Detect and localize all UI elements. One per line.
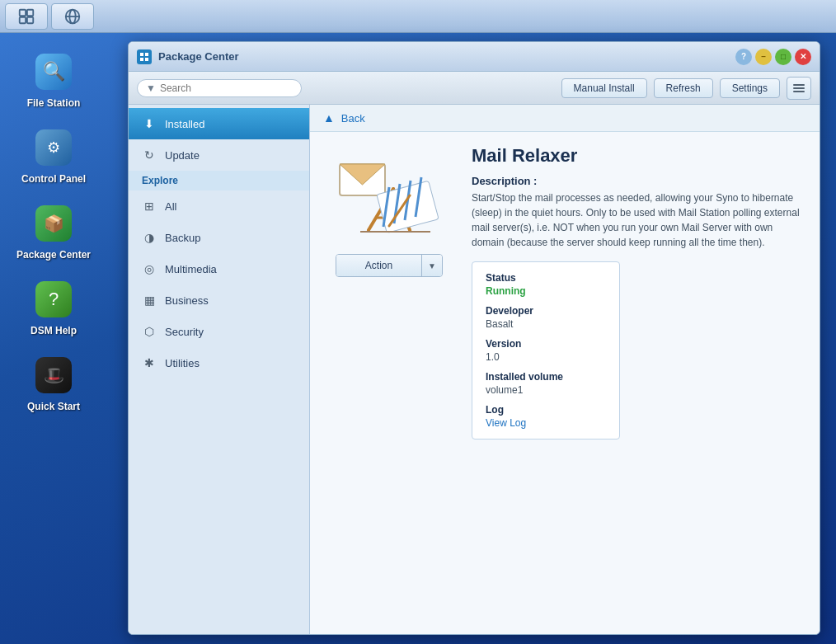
toolbar: ▼ Manual Install Refresh Settings (129, 72, 820, 105)
search-input[interactable] (160, 82, 284, 94)
svg-rect-2 (20, 16, 26, 22)
detail-area: Action ▼ Mail Relaxer Description : Star… (310, 132, 820, 634)
svg-rect-9 (140, 58, 143, 61)
refresh-button[interactable]: Refresh (654, 78, 713, 98)
back-bar: ▲ Back (310, 105, 820, 132)
version-row: Version 1.0 (486, 338, 606, 363)
action-main-button[interactable]: Action (336, 255, 422, 276)
developer-row: Developer Basalt (486, 305, 606, 330)
help-button[interactable]: ? (735, 49, 752, 65)
business-icon: ▦ (142, 293, 157, 308)
business-label: Business (165, 294, 209, 307)
file-station-label: File Station (27, 97, 81, 109)
desktop-icon-dsm-help[interactable]: ? DSM Help (12, 277, 95, 336)
update-label: Update (165, 149, 200, 162)
status-card: Status Running Developer Basalt Version … (472, 261, 620, 440)
all-label: All (165, 200, 176, 213)
version-label: Version (486, 338, 606, 350)
sidebar-item-security[interactable]: ⬡ Security (129, 316, 309, 347)
backup-label: Backup (165, 232, 200, 244)
view-log-link[interactable]: View Log (486, 417, 606, 429)
back-button[interactable]: Back (341, 112, 365, 125)
close-button[interactable]: ✕ (795, 49, 811, 65)
developer-value: Basalt (486, 318, 606, 330)
svg-rect-0 (20, 9, 26, 15)
package-title: Mail Relaxer (472, 145, 806, 167)
taskbar-grid-button[interactable] (5, 3, 48, 30)
window-controls: ? – □ ✕ (735, 49, 811, 65)
multimedia-icon: ◎ (142, 261, 157, 276)
backup-icon: ◑ (142, 230, 157, 245)
log-label: Log (486, 404, 606, 416)
description-text: Start/Stop the mail processes as needed,… (472, 190, 806, 250)
svg-rect-10 (145, 58, 148, 61)
minimize-button[interactable]: – (755, 49, 772, 65)
main-area: ⬇ Installed ↻ Update Explore ⊞ All ◑ Bac… (129, 105, 820, 634)
titlebar: Package Center ? – □ ✕ (129, 42, 820, 72)
taskbar (0, 0, 836, 33)
desktop-icon-quick-start[interactable]: 🎩 Quick Start (12, 353, 95, 412)
version-value: 1.0 (486, 351, 606, 363)
download-icon: ⬇ (142, 116, 157, 131)
sidebar-item-business[interactable]: ▦ Business (129, 284, 309, 316)
sidebar-item-utilities[interactable]: ✱ Utilities (129, 347, 309, 378)
sidebar-item-update[interactable]: ↻ Update (129, 139, 309, 171)
mail-relaxer-icon (336, 148, 443, 242)
window-icon (137, 49, 152, 64)
search-icon: ▼ (146, 82, 156, 94)
status-value: Running (486, 285, 606, 297)
info-panel: Mail Relaxer Description : Start/Stop th… (472, 145, 806, 621)
installed-volume-value: volume1 (486, 384, 606, 396)
svg-rect-1 (27, 9, 33, 15)
installed-volume-label: Installed volume (486, 371, 606, 383)
desktop-icon-control-panel[interactable]: ⚙ Control Panel (12, 125, 95, 185)
sidebar-item-installed[interactable]: ⬇ Installed (129, 108, 309, 139)
settings-button[interactable]: Settings (720, 78, 780, 98)
desktop-icon-package-center[interactable]: 📦 Package Center (12, 201, 95, 261)
sync-icon: ↻ (142, 148, 157, 162)
manual-install-button[interactable]: Manual Install (561, 78, 647, 98)
maximize-button[interactable]: □ (775, 49, 791, 65)
utilities-label: Utilities (165, 357, 200, 369)
utilities-icon: ✱ (142, 355, 157, 370)
package-center-window: Package Center ? – □ ✕ ▼ Manual Install … (128, 41, 820, 635)
sidebar: ⬇ Installed ↻ Update Explore ⊞ All ◑ Bac… (129, 105, 310, 634)
back-arrow-icon: ▲ (323, 111, 335, 125)
sidebar-item-multimedia[interactable]: ◎ Multimedia (129, 253, 309, 284)
explore-label: Explore (129, 171, 309, 190)
action-dropdown-button[interactable]: ▼ (422, 255, 442, 276)
desktop-icon-file-station[interactable]: 🔍 File Station (12, 49, 95, 109)
developer-label: Developer (486, 305, 606, 317)
security-icon: ⬡ (142, 324, 157, 339)
security-label: Security (165, 326, 204, 338)
sidebar-item-backup[interactable]: ◑ Backup (129, 222, 309, 253)
svg-rect-8 (145, 53, 148, 56)
installed-volume-row: Installed volume volume1 (486, 371, 606, 396)
status-label: Status (486, 272, 606, 284)
sidebar-item-all[interactable]: ⊞ All (129, 190, 309, 222)
quick-start-label: Quick Start (27, 401, 80, 412)
dsm-help-label: DSM Help (31, 325, 77, 336)
window-title: Package Center (158, 50, 729, 63)
multimedia-label: Multimedia (165, 263, 217, 275)
description-label: Description : (472, 175, 806, 187)
desktop: 🔍 File Station ⚙ Control Panel 📦 Package… (0, 33, 107, 644)
package-center-label: Package Center (16, 249, 91, 261)
description-section: Description : Start/Stop the mail proces… (472, 175, 806, 250)
log-row: Log View Log (486, 404, 606, 429)
content-area: ▲ Back (310, 105, 820, 634)
package-left-panel: Action ▼ (323, 145, 455, 621)
control-panel-label: Control Panel (21, 173, 86, 185)
action-button-group[interactable]: Action ▼ (336, 254, 443, 277)
svg-rect-7 (140, 53, 143, 56)
grid-icon: ⊞ (142, 199, 157, 214)
status-row: Status Running (486, 272, 606, 297)
svg-rect-3 (27, 16, 33, 22)
taskbar-browser-button[interactable] (51, 3, 94, 30)
package-icon-area (331, 145, 447, 244)
search-box[interactable]: ▼ (137, 79, 302, 97)
menu-icon-button[interactable] (787, 77, 811, 100)
installed-label: Installed (165, 118, 204, 130)
